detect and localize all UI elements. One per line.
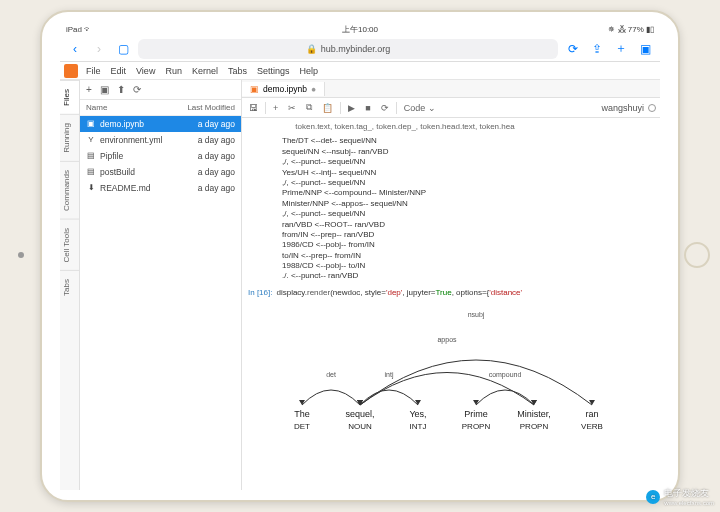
status-left: iPad ᯤ (66, 25, 92, 34)
file-name: environment.yml (100, 135, 162, 145)
watermark-sub: www.elecfans.com (664, 500, 714, 506)
forward-button[interactable]: › (90, 40, 108, 58)
celltype-select[interactable]: Code ⌄ (401, 103, 439, 113)
file-toolbar: + ▣ ⬆ ⟳ (80, 80, 241, 100)
output-line: 1988/CD <--pobj-- to/IN (282, 261, 654, 271)
sidetab-files[interactable]: Files (60, 80, 79, 114)
share-icon[interactable]: ⇪ (588, 40, 606, 58)
file-row[interactable]: ▤Pipfilea day ago (80, 148, 241, 164)
url-text: hub.mybinder.org (321, 44, 391, 54)
file-row[interactable]: ▣demo.ipynba day ago (80, 116, 241, 132)
watermark-text: 电子发烧友 (664, 487, 714, 500)
output-line: from/IN <--prep-- ran/VBD (282, 230, 654, 240)
add-cell-icon[interactable]: + (270, 103, 281, 113)
home-button[interactable] (684, 242, 710, 268)
watermark: e 电子发烧友 www.elecfans.com (646, 487, 714, 506)
sidetab-commands[interactable]: Commands (60, 161, 79, 219)
file-browser: + ▣ ⬆ ⟳ Name Last Modified ▣demo.ipynba … (80, 80, 242, 490)
file-row[interactable]: ⬇README.mda day ago (80, 180, 241, 196)
workspace: Files Running Commands Cell Tools Tabs +… (60, 80, 660, 490)
col-name: Name (86, 103, 107, 112)
safari-toolbar: ‹ › ▢ 🔒 hub.mybinder.org ⟳ ⇪ ＋ ▣ (60, 36, 660, 62)
file-name: README.md (100, 183, 151, 193)
notebook-tab[interactable]: ▣ demo.ipynb ● (242, 82, 325, 96)
menu-file[interactable]: File (82, 66, 105, 76)
file-row[interactable]: ▤postBuilda day ago (80, 164, 241, 180)
svg-text:det: det (326, 371, 336, 378)
watermark-icon: e (646, 490, 660, 504)
jupyter-menu-bar: File Edit View Run Kernel Tabs Settings … (60, 62, 660, 80)
file-type-icon: ⬇ (86, 183, 96, 193)
file-name: Pipfile (100, 151, 123, 161)
save-icon[interactable]: 🖫 (246, 103, 261, 113)
sidetab-celltools[interactable]: Cell Tools (60, 219, 79, 271)
output-line: Minister/NNP <--appos-- sequel/NN (282, 199, 654, 209)
svg-text:NOUN: NOUN (348, 422, 372, 431)
menu-help[interactable]: Help (295, 66, 322, 76)
file-list: ▣demo.ipynba day agoYenvironment.ymla da… (80, 116, 241, 196)
sidetab-tabs[interactable]: Tabs (60, 270, 79, 304)
copy-icon[interactable]: ⧉ (303, 102, 315, 113)
svg-text:DET: DET (294, 422, 310, 431)
svg-text:compound: compound (489, 371, 522, 379)
file-type-icon: ▤ (86, 167, 96, 177)
upload-icon[interactable]: ⬆ (117, 84, 125, 95)
restart-icon[interactable]: ⟳ (378, 103, 392, 113)
notebook-content[interactable]: token.text, token.tag_, token.dep_, toke… (242, 118, 660, 490)
cell-source: displacy.render(newdoc, style='dep', jup… (276, 288, 522, 297)
menu-tabs[interactable]: Tabs (224, 66, 251, 76)
file-modified: a day ago (198, 135, 235, 145)
svg-text:Prime: Prime (464, 409, 488, 419)
camera-dot (18, 252, 24, 258)
stop-icon[interactable]: ■ (362, 103, 373, 113)
bookmarks-icon[interactable]: ▢ (114, 40, 132, 58)
menu-settings[interactable]: Settings (253, 66, 294, 76)
notebook-icon: ▣ (250, 84, 259, 94)
tab-title: demo.ipynb (263, 84, 307, 94)
svg-text:INTJ: INTJ (410, 422, 427, 431)
menu-kernel[interactable]: Kernel (188, 66, 222, 76)
notebook-toolbar: 🖫 + ✂ ⧉ 📋 ▶ ■ ⟳ Code ⌄ wangshuyi (242, 98, 660, 118)
file-row[interactable]: Yenvironment.ymla day ago (80, 132, 241, 148)
status-time: 上午10:00 (342, 24, 378, 35)
file-type-icon: ▣ (86, 119, 96, 129)
new-tab-icon[interactable]: ＋ (612, 40, 630, 58)
in-prompt: In [16]: (248, 288, 272, 297)
file-type-icon: ▤ (86, 151, 96, 161)
output-line: ,/, <--punct-- sequel/NN (282, 209, 654, 219)
menu-run[interactable]: Run (161, 66, 186, 76)
cell-output: The/DT <--det-- sequel/NNsequel/NN <--ns… (282, 136, 654, 281)
cut-icon[interactable]: ✂ (285, 103, 299, 113)
jupyter-logo-icon (64, 64, 78, 78)
sidetab-running[interactable]: Running (60, 114, 79, 161)
tabs-icon[interactable]: ▣ (636, 40, 654, 58)
output-line: 1986/CD <--pobj-- from/IN (282, 240, 654, 250)
svg-text:PROPN: PROPN (520, 422, 549, 431)
svg-text:ran: ran (585, 409, 598, 419)
file-modified: a day ago (198, 151, 235, 161)
svg-text:Minister,: Minister, (517, 409, 551, 419)
file-modified: a day ago (198, 167, 235, 177)
kernel-name[interactable]: wangshuyi (601, 103, 644, 113)
svg-text:Yes,: Yes, (409, 409, 426, 419)
status-right: ✵ ⁂ 77% ▮▯ (608, 25, 654, 34)
lock-icon: 🔒 (306, 44, 317, 54)
screen: iPad ᯤ 上午10:00 ✵ ⁂ 77% ▮▯ ‹ › ▢ 🔒 hub.my… (60, 22, 660, 490)
ipad-frame: iPad ᯤ 上午10:00 ✵ ⁂ 77% ▮▯ ‹ › ▢ 🔒 hub.my… (40, 10, 680, 502)
dependency-diagram: nsubjapposdetintjcompound TheDETsequel,N… (282, 305, 642, 435)
reload-icon[interactable]: ⟳ (564, 40, 582, 58)
svg-text:The: The (294, 409, 310, 419)
back-button[interactable]: ‹ (66, 40, 84, 58)
refresh-icon[interactable]: ⟳ (133, 84, 141, 95)
output-line: ,/, <--punct-- sequel/NN (282, 157, 654, 167)
menu-edit[interactable]: Edit (107, 66, 131, 76)
paste-icon[interactable]: 📋 (319, 103, 336, 113)
new-icon[interactable]: + (86, 84, 92, 95)
folder-icon[interactable]: ▣ (100, 84, 109, 95)
output-line: The/DT <--det-- sequel/NN (282, 136, 654, 146)
url-bar[interactable]: 🔒 hub.mybinder.org (138, 39, 558, 59)
svg-text:appos: appos (437, 336, 457, 344)
menu-view[interactable]: View (132, 66, 159, 76)
code-cell[interactable]: In [16]: displacy.render(newdoc, style='… (248, 288, 654, 297)
run-icon[interactable]: ▶ (345, 103, 358, 113)
